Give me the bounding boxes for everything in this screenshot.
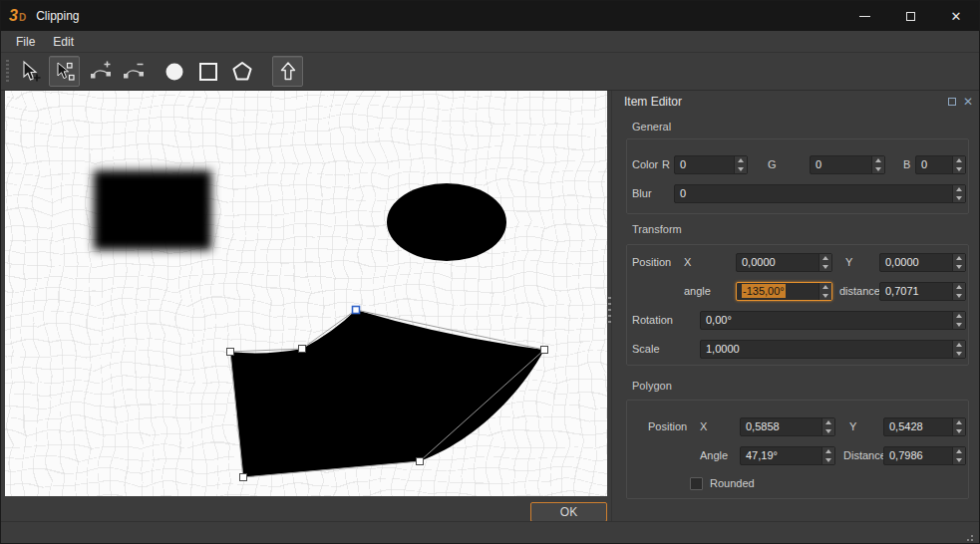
color-g-value[interactable]: 0 (811, 156, 871, 173)
spinner-arrows[interactable] (952, 185, 965, 202)
color-b-value[interactable]: 0 (916, 156, 952, 173)
spin-down-icon[interactable] (953, 350, 965, 359)
color-r-spinbox[interactable]: 0 (674, 155, 748, 174)
spin-down-icon[interactable] (953, 321, 965, 330)
menu-file[interactable]: File (7, 33, 44, 51)
spin-down-icon[interactable] (953, 194, 965, 203)
transform-angle-spinbox[interactable]: -135,00° (736, 282, 832, 301)
color-g-spinbox[interactable]: 0 (810, 155, 885, 174)
spinner-arrows[interactable] (952, 156, 965, 173)
polygon-x-spinbox[interactable]: 0,5858 (740, 417, 835, 436)
scale-spinbox[interactable]: 1,0000 (700, 340, 966, 359)
polygon-distance-spinbox[interactable]: 0,7986 (883, 446, 966, 465)
spinner-arrows[interactable] (952, 341, 965, 358)
control-point[interactable] (541, 347, 548, 354)
spinner-arrows[interactable] (952, 283, 965, 300)
rounded-checkbox[interactable] (690, 477, 703, 490)
spinner-arrows[interactable] (818, 254, 831, 271)
ellipse-shape[interactable] (387, 183, 506, 261)
spinner-arrows[interactable] (871, 156, 884, 173)
control-point[interactable] (299, 346, 306, 353)
polygon-tool[interactable] (226, 56, 257, 87)
spin-up-icon[interactable] (953, 418, 965, 427)
spin-down-icon[interactable] (953, 292, 965, 301)
spin-down-icon[interactable] (953, 165, 965, 174)
spinner-arrows[interactable] (821, 447, 834, 464)
panel-splitter[interactable] (608, 297, 611, 327)
transform-x-spinbox[interactable]: 0,0000 (736, 253, 832, 272)
scale-value[interactable]: 1,0000 (701, 341, 952, 358)
polygon-x-value[interactable]: 0,5858 (741, 418, 821, 435)
transform-angle-value[interactable]: -135,00° (737, 283, 818, 300)
spinner-arrows[interactable] (734, 156, 747, 173)
close-button[interactable]: ✕ (933, 1, 979, 31)
spin-down-icon[interactable] (953, 427, 965, 436)
spin-up-icon[interactable] (822, 447, 834, 456)
titlebar[interactable]: 3 D Clipping ✕ (1, 1, 979, 31)
dock-float-icon[interactable] (948, 98, 956, 106)
spin-up-icon[interactable] (819, 283, 831, 292)
select-move-tool[interactable] (15, 56, 46, 87)
transform-x-value[interactable]: 0,0000 (737, 254, 818, 271)
minimize-button[interactable] (841, 1, 887, 31)
spin-up-icon[interactable] (819, 254, 831, 263)
spin-up-icon[interactable] (953, 156, 965, 165)
spin-up-icon[interactable] (953, 341, 965, 350)
color-b-spinbox[interactable]: 0 (915, 155, 966, 174)
spin-down-icon[interactable] (953, 263, 965, 272)
spinner-arrows[interactable] (952, 312, 965, 329)
direction-tool[interactable] (272, 56, 303, 87)
polygon-y-value[interactable]: 0,5428 (884, 418, 952, 435)
transform-distance-value[interactable]: 0,7071 (880, 283, 952, 300)
ok-button[interactable]: OK (530, 502, 607, 522)
spin-up-icon[interactable] (872, 156, 884, 165)
transform-y-value[interactable]: 0,0000 (880, 254, 952, 271)
spinner-arrows[interactable] (818, 283, 831, 300)
ellipse-tool[interactable] (159, 56, 189, 87)
polygon-distance-value[interactable]: 0,7986 (884, 447, 952, 464)
control-point[interactable] (240, 474, 247, 481)
dock-close-icon[interactable]: ✕ (963, 96, 973, 108)
spinner-arrows[interactable] (952, 418, 965, 435)
control-point[interactable] (417, 458, 424, 465)
transform-distance-spinbox[interactable]: 0,7071 (879, 282, 966, 301)
selected-control-point[interactable] (353, 307, 360, 314)
rotation-value[interactable]: 0,00° (701, 312, 952, 329)
spinner-arrows[interactable] (952, 254, 965, 271)
spin-up-icon[interactable] (953, 254, 965, 263)
spin-down-icon[interactable] (822, 456, 834, 465)
color-r-value[interactable]: 0 (675, 156, 734, 173)
resize-grip-icon[interactable] (971, 535, 973, 537)
spin-up-icon[interactable] (735, 156, 747, 165)
spin-up-icon[interactable] (953, 283, 965, 292)
blurred-rectangle[interactable] (94, 170, 211, 250)
control-point[interactable] (227, 349, 234, 356)
spin-down-icon[interactable] (819, 263, 831, 272)
spin-down-icon[interactable] (735, 165, 747, 174)
spin-up-icon[interactable] (953, 447, 965, 456)
spinner-arrows[interactable] (952, 447, 965, 464)
edit-nodes-tool[interactable] (49, 56, 80, 87)
add-node-tool[interactable] (85, 56, 116, 87)
rotation-spinbox[interactable]: 0,00° (700, 311, 966, 330)
polygon-angle-spinbox[interactable]: 47,19° (740, 446, 835, 465)
spin-down-icon[interactable] (872, 165, 884, 174)
spin-up-icon[interactable] (953, 185, 965, 194)
spin-up-icon[interactable] (953, 312, 965, 321)
transform-y-spinbox[interactable]: 0,0000 (879, 253, 966, 272)
spin-down-icon[interactable] (953, 456, 965, 465)
spin-up-icon[interactable] (822, 418, 834, 427)
maximize-button[interactable] (887, 1, 933, 31)
polygon-angle-value[interactable]: 47,19° (741, 447, 821, 464)
remove-node-tool[interactable] (118, 56, 149, 87)
rectangle-tool[interactable] (192, 56, 223, 87)
menu-edit[interactable]: Edit (44, 33, 83, 51)
canvas[interactable] (5, 91, 607, 496)
blur-spinbox[interactable]: 0 (674, 184, 966, 203)
polygon-y-spinbox[interactable]: 0,5428 (883, 417, 966, 436)
spin-down-icon[interactable] (819, 292, 831, 301)
spin-down-icon[interactable] (822, 427, 834, 436)
toolbar-grip[interactable] (6, 60, 9, 84)
spinner-arrows[interactable] (821, 418, 834, 435)
blur-value[interactable]: 0 (675, 185, 952, 202)
